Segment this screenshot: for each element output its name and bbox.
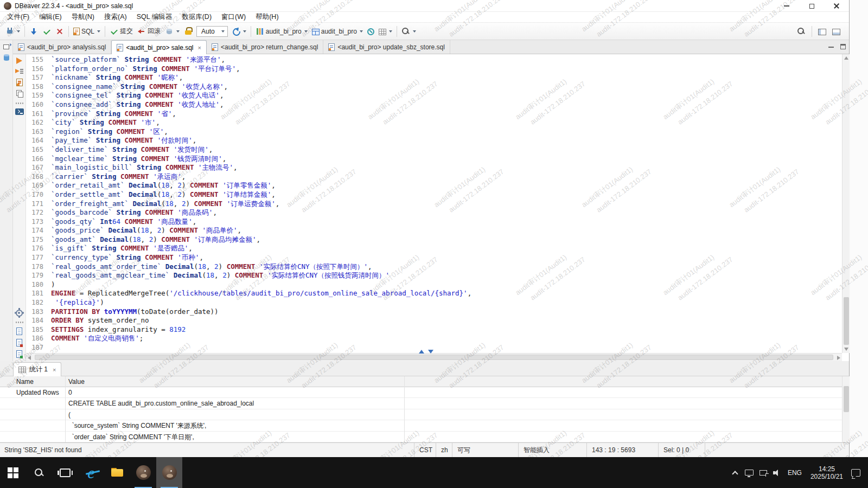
editor-tab-1[interactable]: <audit_bi_pro> analysis.sql xyxy=(13,40,111,54)
code-line[interactable]: 175`goods_amt` Decimal(18, 2) COMMENT '订… xyxy=(26,235,842,245)
menu-item-3[interactable]: 导航(N) xyxy=(67,12,99,22)
code-line[interactable]: 179`real_goods_amt_mgclear_time` Decimal… xyxy=(26,271,842,280)
code-line[interactable]: 168`carrier` String COMMENT '承运商', xyxy=(26,172,842,182)
grid-column-divider[interactable] xyxy=(65,376,66,442)
database-navigator-icon[interactable] xyxy=(4,55,9,61)
results-vertical-scrollbar[interactable] xyxy=(842,376,850,442)
tray-expand-button[interactable] xyxy=(728,457,742,488)
execute-sql-icon[interactable] xyxy=(16,57,22,64)
file-explorer-button[interactable] xyxy=(104,457,130,488)
scroll-left-icon[interactable] xyxy=(28,356,31,360)
quick-search-button[interactable] xyxy=(795,25,808,38)
code-line[interactable]: 166`mgclear_time` String COMMENT '钱货两清时间… xyxy=(26,155,842,164)
code-line[interactable]: 172`goods_barcode` String COMMENT '商品条码'… xyxy=(26,208,842,217)
menu-item-2[interactable]: 编辑(E) xyxy=(34,12,67,22)
fetch-data-button[interactable] xyxy=(27,25,40,38)
code-line[interactable]: 177`currency_type` String COMMENT '币种', xyxy=(26,253,842,262)
code-line[interactable]: 180) xyxy=(26,280,842,290)
menu-item-6[interactable]: 数据库(D) xyxy=(177,12,216,22)
code-line[interactable]: 178`real_goods_amt_order_time` Decimal(1… xyxy=(26,262,842,272)
schema-select[interactable]: audit_bi_pro xyxy=(310,25,365,38)
editor-vertical-scrollbar[interactable] xyxy=(842,54,850,353)
result-row-4[interactable]: `source_system` String COMMENT '来源系统', xyxy=(0,420,842,431)
task-view-button[interactable] xyxy=(52,457,78,488)
code-line[interactable]: 173`goods_qty` Int64 COMMENT '商品数量', xyxy=(26,217,842,227)
action-center-button[interactable] xyxy=(848,457,863,488)
rollback-button[interactable]: 回滚 xyxy=(135,25,163,38)
new-connection-button[interactable] xyxy=(3,25,22,38)
code-line[interactable]: 159`consignee_tel` String COMMENT '收货人电话… xyxy=(26,91,842,100)
code-line[interactable]: 182 '{replica}') xyxy=(26,298,842,307)
commit-button[interactable]: 提交 xyxy=(107,25,135,38)
code-line[interactable]: 183PARTITION BY toYYYYMM(toDate(order_da… xyxy=(26,307,842,317)
autocommit-select[interactable]: Auto xyxy=(196,26,228,37)
sql-editor-dropdown[interactable]: SQL xyxy=(71,25,103,38)
result-row-3[interactable]: ( xyxy=(0,409,842,420)
editor-tab-3[interactable]: <audit_bi_pro> return_change.sql xyxy=(207,40,323,54)
scroll-down-icon[interactable] xyxy=(844,348,848,351)
layout-button[interactable] xyxy=(830,25,843,38)
restore-panel-down-icon[interactable] xyxy=(428,350,433,354)
editor-horizontal-scrollbar[interactable] xyxy=(26,353,842,361)
code-line[interactable]: 155`source_platform` String COMMENT '来源平… xyxy=(26,55,842,65)
taskbar-clock[interactable]: 14:25 2025/10/21 xyxy=(805,465,848,480)
restore-panel-up-icon[interactable] xyxy=(419,350,424,354)
tray-volume-button[interactable] xyxy=(770,457,784,488)
dbeaver-taskbar-button[interactable] xyxy=(130,457,156,488)
code-line[interactable]: 157`nickname` String COMMENT '昵称', xyxy=(26,73,842,82)
start-button[interactable] xyxy=(0,457,26,488)
transaction-log-dropdown[interactable] xyxy=(163,25,182,38)
dbeaver-taskbar-button-active[interactable] xyxy=(156,457,182,488)
reject-changes-button[interactable] xyxy=(53,25,66,38)
tray-display-button[interactable] xyxy=(742,457,756,488)
copy-icon[interactable] xyxy=(15,90,24,98)
tab-close-icon[interactable]: × xyxy=(53,367,56,373)
restore-view-icon[interactable] xyxy=(3,44,9,49)
minimize-view-icon[interactable] xyxy=(828,46,834,48)
code-line[interactable]: 176`is_gift` String COMMENT '是否赠品', xyxy=(26,244,842,253)
code-line[interactable]: 160`consignee_add` String COMMENT '收货人地址… xyxy=(26,100,842,110)
maximize-button[interactable] xyxy=(799,0,824,12)
result-row-2[interactable]: CREATE TABLE audit_bi_pro.custom_online_… xyxy=(0,398,842,409)
menu-item-7[interactable]: 窗口(W) xyxy=(216,12,251,22)
document-green-icon[interactable] xyxy=(16,350,22,358)
code-line[interactable]: 171`order_freight_amt` Decimal(18, 2) CO… xyxy=(26,200,842,209)
execute-script-icon[interactable] xyxy=(15,68,24,75)
code-line[interactable]: 181ENGINE = ReplicatedMergeTree('/clickh… xyxy=(26,289,842,298)
search-dropdown[interactable] xyxy=(399,25,418,38)
minimize-button[interactable] xyxy=(774,0,799,12)
code-line[interactable]: 162`city` String COMMENT '市', xyxy=(26,118,842,127)
code-line[interactable]: 186COMMENT '自定义电商销售'; xyxy=(26,334,842,343)
maximize-view-icon[interactable] xyxy=(840,44,846,49)
code-line[interactable]: 174`goods_price` Decimal(18, 2) COMMENT … xyxy=(26,226,842,235)
accept-changes-button[interactable] xyxy=(40,25,53,38)
menu-item-4[interactable]: 搜索(A) xyxy=(99,12,132,22)
scroll-right-icon[interactable] xyxy=(837,356,840,360)
code-line[interactable]: 161`province` String COMMENT '省', xyxy=(26,110,842,119)
column-header-value[interactable]: Value xyxy=(68,376,85,387)
column-header-name[interactable]: Name xyxy=(0,376,34,387)
lock-button[interactable] xyxy=(182,25,195,38)
result-view-dropdown[interactable] xyxy=(376,25,394,38)
grid-column-divider[interactable] xyxy=(404,376,405,442)
close-button[interactable] xyxy=(824,0,849,12)
statistics-tab[interactable]: 统计 1 × xyxy=(13,362,61,376)
settings-gear-icon[interactable] xyxy=(16,310,23,317)
overflow-dots-icon[interactable] xyxy=(15,101,24,105)
result-row-5[interactable]: `order_date` String COMMENT '下单日期', xyxy=(0,432,842,442)
code-line[interactable]: 167`main_logistic_bill` String COMMENT '… xyxy=(26,163,842,172)
taskbar-search-button[interactable] xyxy=(26,457,52,488)
code-line[interactable]: 169`order_retail_amt` Decimal(18, 2) COM… xyxy=(26,181,842,190)
scroll-up-icon[interactable] xyxy=(844,56,848,60)
document-icon[interactable] xyxy=(16,328,22,335)
explain-plan-icon[interactable] xyxy=(16,79,23,86)
scrollbar-thumb[interactable] xyxy=(35,355,833,360)
scrollbar-thumb[interactable] xyxy=(844,297,849,345)
internet-explorer-button[interactable]: e xyxy=(78,457,104,488)
code-line[interactable]: 184ORDER BY system_order_no xyxy=(26,316,842,325)
language-indicator[interactable]: ENG xyxy=(784,469,805,477)
overflow-dots-icon[interactable] xyxy=(15,320,24,324)
results-grid[interactable]: Name Value Updated Rows0CREATE TABLE aud… xyxy=(0,376,842,442)
tray-network-button[interactable] xyxy=(756,457,770,488)
title-bar[interactable]: DBeaver 22.3.4 - <audit_bi_pro> sale.sql xyxy=(0,0,849,12)
